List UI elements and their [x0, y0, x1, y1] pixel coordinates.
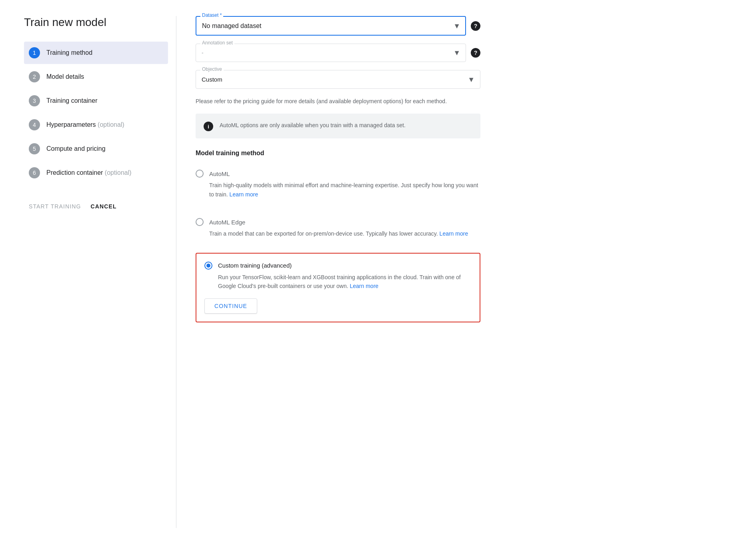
step-item-5[interactable]: 5 Compute and pricing [24, 138, 168, 160]
step-label-6: Prediction container (optional) [46, 169, 132, 176]
action-buttons: START TRAINING CANCEL [24, 200, 168, 213]
automl-name: AutoML [209, 170, 230, 177]
step-label-5: Compute and pricing [46, 145, 106, 152]
automl-edge-option-header: AutoML Edge [196, 218, 480, 226]
info-icon: i [204, 122, 213, 131]
step-list: 1 Training method 2 Model details 3 Trai… [24, 42, 168, 184]
custom-training-name: Custom training (advanced) [218, 262, 292, 269]
step-item-4[interactable]: 4 Hyperparameters (optional) [24, 114, 168, 136]
step-badge-6: 6 [29, 167, 40, 178]
main-content: Dataset * No managed dataset ▼ ? Annotat… [176, 16, 480, 528]
automl-edge-learn-more-link[interactable]: Learn more [440, 230, 468, 237]
method-option-automl-edge: AutoML Edge Train a model that can be ex… [196, 213, 480, 243]
info-banner: i AutoML options are only available when… [196, 114, 480, 138]
automl-edge-name: AutoML Edge [209, 219, 245, 226]
annotation-select-wrapper: Annotation set - ▼ [196, 44, 466, 62]
info-text: AutoML options are only available when y… [220, 121, 406, 130]
automl-edge-radio[interactable] [196, 218, 204, 226]
custom-training-radio[interactable] [204, 262, 212, 270]
objective-select-wrapper: Objective Custom ▼ [196, 70, 480, 89]
annotation-label: Annotation set [200, 40, 234, 46]
sidebar: Train new model 1 Training method 2 Mode… [24, 16, 176, 528]
dataset-select-wrapper: Dataset * No managed dataset ▼ [196, 16, 466, 36]
step-badge-2: 2 [29, 71, 40, 82]
automl-radio[interactable] [196, 170, 204, 178]
objective-field-row: Objective Custom ▼ [196, 70, 480, 89]
dataset-field-row: Dataset * No managed dataset ▼ ? [196, 16, 480, 36]
step-badge-5: 5 [29, 143, 40, 154]
step-item-3[interactable]: 3 Training container [24, 90, 168, 112]
custom-training-radio-inner [206, 264, 210, 268]
step-item-2[interactable]: 2 Model details [24, 66, 168, 88]
automl-edge-description: Train a model that can be exported for o… [209, 229, 480, 238]
page-title: Train new model [24, 16, 168, 29]
automl-option-header: AutoML [196, 170, 480, 178]
objective-select[interactable]: Custom [196, 70, 480, 89]
dataset-field-group: Dataset * No managed dataset ▼ ? [196, 16, 480, 36]
annotation-field-group: Annotation set - ▼ ? [196, 44, 480, 62]
start-training-button[interactable]: START TRAINING [29, 200, 81, 213]
step-label-4: Hyperparameters (optional) [46, 121, 124, 128]
pricing-note: Please refer to the pricing guide for mo… [196, 97, 480, 106]
method-option-automl: AutoML Train high-quality models with mi… [196, 165, 480, 204]
objective-label: Objective [200, 66, 224, 72]
continue-button[interactable]: CONTINUE [204, 298, 257, 314]
step-badge-3: 3 [29, 95, 40, 106]
step-item-6[interactable]: 6 Prediction container (optional) [24, 162, 168, 184]
annotation-field-row: Annotation set - ▼ ? [196, 44, 480, 62]
custom-training-box: Custom training (advanced) Run your Tens… [196, 253, 480, 323]
cancel-button[interactable]: CANCEL [91, 200, 117, 213]
dataset-help-icon[interactable]: ? [471, 21, 480, 31]
automl-learn-more-link[interactable]: Learn more [230, 191, 258, 198]
annotation-select[interactable]: - [196, 44, 466, 62]
custom-training-option-header: Custom training (advanced) [204, 262, 472, 270]
step-label-1: Training method [46, 49, 92, 56]
dataset-select[interactable]: No managed dataset [196, 16, 466, 36]
step-label-2: Model details [46, 73, 84, 80]
automl-description: Train high-quality models with minimal e… [209, 181, 480, 199]
custom-training-description: Run your TensorFlow, scikit-learn and XG… [218, 273, 472, 291]
step-label-3: Training container [46, 97, 97, 104]
objective-field-group: Objective Custom ▼ [196, 70, 480, 89]
step-badge-1: 1 [29, 47, 40, 58]
step-badge-4: 4 [29, 119, 40, 130]
annotation-help-icon[interactable]: ? [471, 48, 480, 58]
section-title: Model training method [196, 150, 480, 157]
dataset-label: Dataset * [200, 12, 223, 18]
step-item-1[interactable]: 1 Training method [24, 42, 168, 64]
custom-training-learn-more-link[interactable]: Learn more [350, 283, 379, 289]
